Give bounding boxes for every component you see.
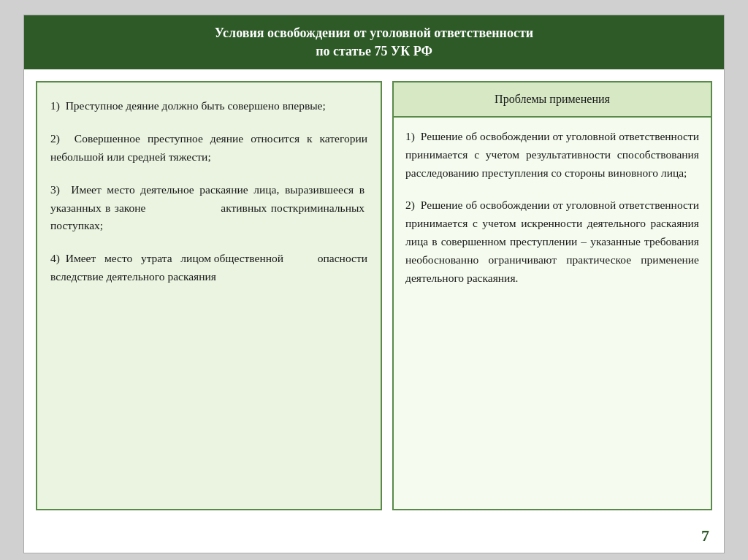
slide-header: Условия освобождения от уголовной ответс…: [24, 15, 724, 69]
list-item: 1) Преступное деяние должно быть соверше…: [50, 97, 367, 115]
item-text-4: Имеет место утрата лицом общественной оп…: [50, 252, 367, 283]
item-text-1: Преступное деяние должно быть совершено …: [66, 99, 326, 112]
slide-footer: 7: [24, 522, 724, 553]
page-number: 7: [701, 526, 709, 545]
right-item-num-1: 1): [405, 130, 421, 142]
list-item: 3) Имеет место деятельное раскаяние лица…: [50, 181, 367, 235]
slide-body: 1) Преступное деяние должно быть соверше…: [24, 69, 724, 522]
right-item-text-2: Решение об освобождении от уголовной отв…: [405, 199, 699, 283]
right-panel: Проблемы применения 1) Решение об освобо…: [392, 81, 712, 510]
header-line2: по статье 75 УК РФ: [316, 44, 432, 58]
item-text-2: Совершенное преступное деяние относится …: [50, 132, 367, 163]
item-num-4: 4): [50, 252, 66, 264]
item-num-1: 1): [50, 99, 66, 112]
right-list-item-1: 1) Решение об освобождении от уголовной …: [405, 128, 699, 182]
list-item: 2) Совершенное преступное деяние относит…: [50, 130, 367, 166]
item-num-2: 2): [50, 132, 75, 145]
right-panel-body: 1) Решение об освобождении от уголовной …: [394, 118, 711, 297]
right-item-num-2: 2): [405, 199, 421, 211]
right-panel-header-text: Проблемы применения: [495, 93, 610, 105]
right-list-item-2: 2) Решение об освобождении от уголовной …: [405, 196, 699, 287]
right-panel-header: Проблемы применения: [394, 83, 711, 118]
item-text-3: Имеет место деятельное раскаяние лица, в…: [50, 183, 367, 232]
slide-container: Условия освобождения от уголовной ответс…: [23, 15, 725, 553]
left-panel: 1) Преступное деяние должно быть соверше…: [36, 81, 382, 510]
item-num-3: 3): [50, 183, 71, 196]
right-item-text-1: Решение об освобождении от уголовной отв…: [405, 130, 699, 179]
list-item: 4) Имеет место утрата лицом общественной…: [50, 250, 367, 286]
header-line1: Условия освобождения от уголовной ответс…: [215, 26, 533, 40]
